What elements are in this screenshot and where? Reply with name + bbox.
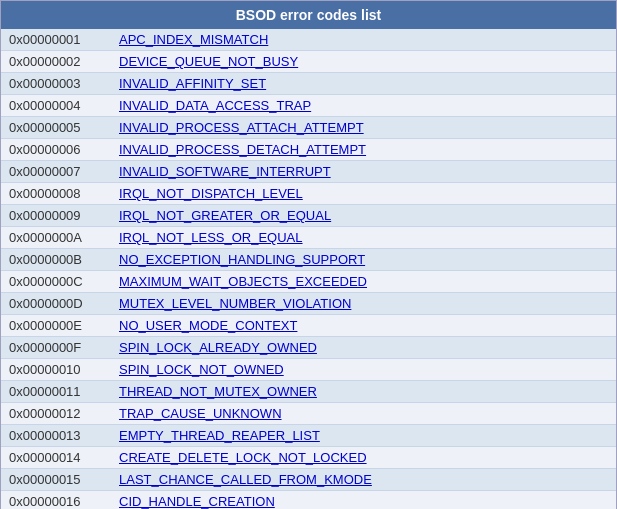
table-row: 0x00000003INVALID_AFFINITY_SET	[1, 73, 616, 95]
table-row: 0x00000007INVALID_SOFTWARE_INTERRUPT	[1, 161, 616, 183]
error-code: 0x0000000B	[1, 249, 111, 271]
error-name-cell[interactable]: TRAP_CAUSE_UNKNOWN	[111, 403, 616, 425]
error-name-link[interactable]: INVALID_PROCESS_DETACH_ATTEMPT	[119, 142, 366, 157]
error-name-cell[interactable]: EMPTY_THREAD_REAPER_LIST	[111, 425, 616, 447]
table-title: BSOD error codes list	[1, 1, 616, 29]
error-code: 0x00000006	[1, 139, 111, 161]
table-row: 0x00000013EMPTY_THREAD_REAPER_LIST	[1, 425, 616, 447]
error-name-cell[interactable]: NO_EXCEPTION_HANDLING_SUPPORT	[111, 249, 616, 271]
error-name-link[interactable]: MUTEX_LEVEL_NUMBER_VIOLATION	[119, 296, 351, 311]
table-row: 0x00000012TRAP_CAUSE_UNKNOWN	[1, 403, 616, 425]
table-row: 0x00000010SPIN_LOCK_NOT_OWNED	[1, 359, 616, 381]
error-name-link[interactable]: IRQL_NOT_DISPATCH_LEVEL	[119, 186, 303, 201]
error-name-cell[interactable]: IRQL_NOT_DISPATCH_LEVEL	[111, 183, 616, 205]
error-name-cell[interactable]: SPIN_LOCK_NOT_OWNED	[111, 359, 616, 381]
error-name-link[interactable]: INVALID_PROCESS_ATTACH_ATTEMPT	[119, 120, 364, 135]
table-row: 0x00000009IRQL_NOT_GREATER_OR_EQUAL	[1, 205, 616, 227]
error-name-cell[interactable]: MAXIMUM_WAIT_OBJECTS_EXCEEDED	[111, 271, 616, 293]
error-code: 0x00000001	[1, 29, 111, 51]
error-name-link[interactable]: THREAD_NOT_MUTEX_OWNER	[119, 384, 317, 399]
error-name-link[interactable]: CREATE_DELETE_LOCK_NOT_LOCKED	[119, 450, 367, 465]
error-name-link[interactable]: IRQL_NOT_LESS_OR_EQUAL	[119, 230, 303, 245]
error-code: 0x0000000C	[1, 271, 111, 293]
error-name-link[interactable]: INVALID_SOFTWARE_INTERRUPT	[119, 164, 331, 179]
bsod-error-table: BSOD error codes list 0x00000001APC_INDE…	[0, 0, 617, 509]
error-code: 0x00000003	[1, 73, 111, 95]
error-code: 0x00000002	[1, 51, 111, 73]
table-row: 0x0000000DMUTEX_LEVEL_NUMBER_VIOLATION	[1, 293, 616, 315]
error-name-link[interactable]: EMPTY_THREAD_REAPER_LIST	[119, 428, 320, 443]
error-code: 0x00000005	[1, 117, 111, 139]
error-name-link[interactable]: INVALID_DATA_ACCESS_TRAP	[119, 98, 311, 113]
error-name-cell[interactable]: THREAD_NOT_MUTEX_OWNER	[111, 381, 616, 403]
table-row: 0x0000000BNO_EXCEPTION_HANDLING_SUPPORT	[1, 249, 616, 271]
table-row: 0x00000005INVALID_PROCESS_ATTACH_ATTEMPT	[1, 117, 616, 139]
error-name-link[interactable]: LAST_CHANCE_CALLED_FROM_KMODE	[119, 472, 372, 487]
error-name-cell[interactable]: INVALID_DATA_ACCESS_TRAP	[111, 95, 616, 117]
table-row: 0x00000002DEVICE_QUEUE_NOT_BUSY	[1, 51, 616, 73]
error-name-link[interactable]: DEVICE_QUEUE_NOT_BUSY	[119, 54, 298, 69]
error-name-cell[interactable]: LAST_CHANCE_CALLED_FROM_KMODE	[111, 469, 616, 491]
table-row: 0x00000001APC_INDEX_MISMATCH	[1, 29, 616, 51]
table-row: 0x0000000AIRQL_NOT_LESS_OR_EQUAL	[1, 227, 616, 249]
table-row: 0x00000008IRQL_NOT_DISPATCH_LEVEL	[1, 183, 616, 205]
error-code: 0x0000000E	[1, 315, 111, 337]
error-name-link[interactable]: APC_INDEX_MISMATCH	[119, 32, 268, 47]
error-name-link[interactable]: MAXIMUM_WAIT_OBJECTS_EXCEEDED	[119, 274, 367, 289]
table-row: 0x0000000ENO_USER_MODE_CONTEXT	[1, 315, 616, 337]
error-name-cell[interactable]: INVALID_PROCESS_ATTACH_ATTEMPT	[111, 117, 616, 139]
table-row: 0x00000004INVALID_DATA_ACCESS_TRAP	[1, 95, 616, 117]
error-code: 0x00000014	[1, 447, 111, 469]
error-name-cell[interactable]: INVALID_AFFINITY_SET	[111, 73, 616, 95]
error-code: 0x00000010	[1, 359, 111, 381]
error-name-cell[interactable]: NO_USER_MODE_CONTEXT	[111, 315, 616, 337]
error-code: 0x00000015	[1, 469, 111, 491]
error-name-cell[interactable]: CREATE_DELETE_LOCK_NOT_LOCKED	[111, 447, 616, 469]
table-row: 0x00000006INVALID_PROCESS_DETACH_ATTEMPT	[1, 139, 616, 161]
error-name-link[interactable]: INVALID_AFFINITY_SET	[119, 76, 266, 91]
error-name-link[interactable]: CID_HANDLE_CREATION	[119, 494, 275, 509]
error-name-cell[interactable]: SPIN_LOCK_ALREADY_OWNED	[111, 337, 616, 359]
error-name-link[interactable]: NO_EXCEPTION_HANDLING_SUPPORT	[119, 252, 365, 267]
error-code: 0x00000012	[1, 403, 111, 425]
table-row: 0x0000000FSPIN_LOCK_ALREADY_OWNED	[1, 337, 616, 359]
error-name-link[interactable]: NO_USER_MODE_CONTEXT	[119, 318, 297, 333]
error-name-cell[interactable]: INVALID_PROCESS_DETACH_ATTEMPT	[111, 139, 616, 161]
error-code: 0x00000009	[1, 205, 111, 227]
error-name-link[interactable]: TRAP_CAUSE_UNKNOWN	[119, 406, 282, 421]
error-name-cell[interactable]: DEVICE_QUEUE_NOT_BUSY	[111, 51, 616, 73]
error-code: 0x00000016	[1, 491, 111, 510]
error-name-cell[interactable]: IRQL_NOT_GREATER_OR_EQUAL	[111, 205, 616, 227]
error-code: 0x0000000A	[1, 227, 111, 249]
table-row: 0x00000016CID_HANDLE_CREATION	[1, 491, 616, 510]
error-name-link[interactable]: SPIN_LOCK_NOT_OWNED	[119, 362, 284, 377]
error-code: 0x00000011	[1, 381, 111, 403]
error-code: 0x00000013	[1, 425, 111, 447]
error-code: 0x0000000D	[1, 293, 111, 315]
error-name-cell[interactable]: INVALID_SOFTWARE_INTERRUPT	[111, 161, 616, 183]
error-name-cell[interactable]: IRQL_NOT_LESS_OR_EQUAL	[111, 227, 616, 249]
error-name-cell[interactable]: APC_INDEX_MISMATCH	[111, 29, 616, 51]
error-code: 0x00000007	[1, 161, 111, 183]
error-code: 0x00000008	[1, 183, 111, 205]
error-name-cell[interactable]: MUTEX_LEVEL_NUMBER_VIOLATION	[111, 293, 616, 315]
table-row: 0x00000015LAST_CHANCE_CALLED_FROM_KMODE	[1, 469, 616, 491]
error-code: 0x00000004	[1, 95, 111, 117]
table-row: 0x00000014CREATE_DELETE_LOCK_NOT_LOCKED	[1, 447, 616, 469]
table-row: 0x00000011THREAD_NOT_MUTEX_OWNER	[1, 381, 616, 403]
error-code: 0x0000000F	[1, 337, 111, 359]
error-name-link[interactable]: IRQL_NOT_GREATER_OR_EQUAL	[119, 208, 331, 223]
error-name-cell[interactable]: CID_HANDLE_CREATION	[111, 491, 616, 510]
table-row: 0x0000000CMAXIMUM_WAIT_OBJECTS_EXCEEDED	[1, 271, 616, 293]
error-name-link[interactable]: SPIN_LOCK_ALREADY_OWNED	[119, 340, 317, 355]
